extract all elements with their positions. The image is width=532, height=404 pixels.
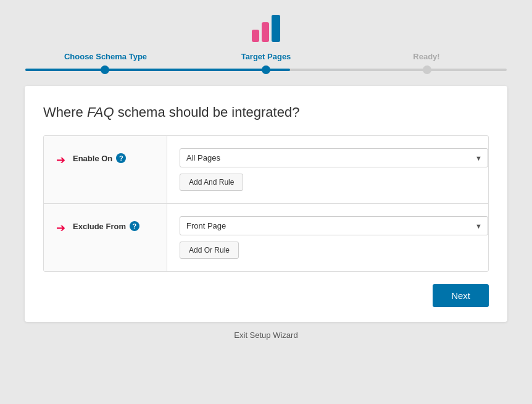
exclude-from-arrow-icon: ➔	[56, 221, 65, 235]
exit-setup-wizard-link[interactable]: Exit Setup Wizard	[234, 330, 297, 340]
exclude-from-row: ➔ Exclude From ? Front Page All Pages Si…	[44, 204, 488, 271]
step-dot-3	[423, 65, 431, 74]
card-footer: Next	[43, 284, 489, 307]
enable-on-select-wrapper: All Pages Singular Archive Front Page Bl…	[180, 148, 488, 167]
exclude-from-label: Exclude From ?	[73, 221, 139, 231]
enable-on-select[interactable]: All Pages Singular Archive Front Page Bl…	[180, 148, 488, 167]
enable-on-label: Enable On ?	[73, 153, 126, 163]
enable-on-row: ➔ Enable On ? All Pages Singular Archive…	[44, 136, 488, 204]
add-and-rule-button[interactable]: Add And Rule	[180, 174, 243, 191]
exclude-from-content: Front Page All Pages Singular Archive Bl…	[167, 204, 489, 271]
step-label-ready: Ready!	[346, 52, 507, 61]
track-filled	[25, 69, 290, 71]
enable-on-help-icon[interactable]: ?	[116, 153, 126, 163]
exclude-from-select-wrapper: Front Page All Pages Singular Archive Bl…	[180, 216, 488, 235]
add-or-rule-button[interactable]: Add Or Rule	[180, 242, 239, 259]
main-card: Where FAQ schema should be integrated? ➔…	[25, 86, 507, 322]
stepper-track	[25, 65, 507, 75]
step-label-choose-schema: Choose Schema Type	[25, 52, 186, 61]
logo	[252, 12, 280, 42]
rules-table: ➔ Enable On ? All Pages Singular Archive…	[43, 135, 489, 272]
card-title-suffix: schema should be integrated?	[114, 104, 300, 120]
enable-on-label-cell: ➔ Enable On ?	[44, 136, 167, 203]
stepper: Choose Schema Type Target Pages Ready!	[25, 52, 507, 75]
logo-icon	[252, 12, 280, 42]
next-button[interactable]: Next	[433, 284, 489, 307]
step-label-target-pages: Target Pages	[186, 52, 346, 61]
enable-on-arrow-icon: ➔	[56, 153, 65, 167]
step-dot-1	[101, 65, 109, 74]
step-dot-2	[262, 65, 270, 74]
card-title-italic: FAQ	[87, 104, 114, 120]
card-title-prefix: Where	[43, 104, 87, 120]
enable-on-content: All Pages Singular Archive Front Page Bl…	[167, 136, 489, 203]
card-title: Where FAQ schema should be integrated?	[43, 104, 489, 120]
exclude-from-label-cell: ➔ Exclude From ?	[44, 204, 167, 271]
exclude-from-help-icon[interactable]: ?	[130, 221, 139, 231]
exclude-from-select[interactable]: Front Page All Pages Singular Archive Bl…	[180, 216, 488, 235]
